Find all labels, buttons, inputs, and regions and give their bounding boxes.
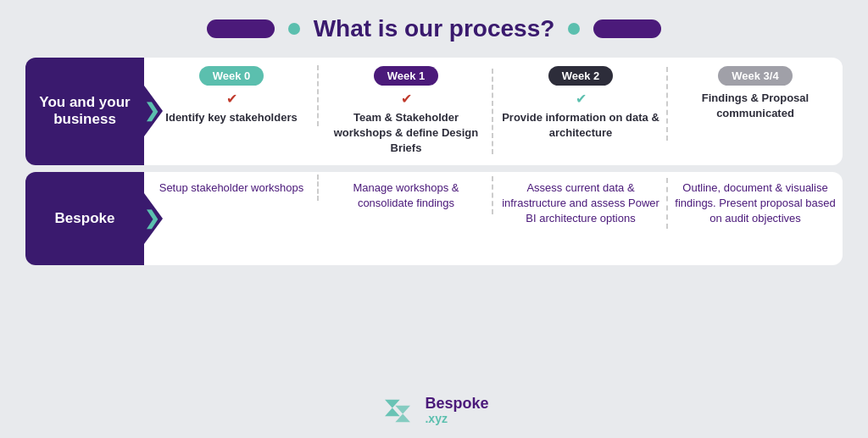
checkmark-2: ✔ <box>576 91 587 107</box>
logo-text: Bespoke .xyz <box>425 396 488 425</box>
arrow-icon: ❯ <box>144 100 159 122</box>
week-badge-3: Week 3/4 <box>718 66 792 86</box>
week-text-0: Identify key stakeholders <box>165 110 297 125</box>
header-row: What is our process? <box>25 15 843 42</box>
week-col-1-row1: Manage workshops & consolidate findings <box>319 172 493 219</box>
week-text-2: Provide information on data & architectu… <box>500 110 661 141</box>
header-pill-right <box>593 19 661 38</box>
week-col-3-row0: Week 3/4 Findings & Proposal communicate… <box>668 58 843 130</box>
week-col-2-row0: Week 2 ✔ Provide information on data & a… <box>493 58 668 149</box>
main-area: You and your business ❯ Week 0 ✔ Identif… <box>25 58 843 385</box>
week-badge-1: Week 1 <box>374 66 439 86</box>
row-content-bespoke: Setup stakeholder workshops Manage works… <box>144 172 843 265</box>
bespoke-text-2: Assess current data & infrastructure and… <box>500 180 661 227</box>
row-content-you: Week 0 ✔ Identify key stakeholders Week … <box>144 58 843 165</box>
logo-suffix: .xyz <box>425 413 488 425</box>
arrow-icon-bespoke: ❯ <box>144 208 159 230</box>
footer: Bespoke .xyz <box>379 392 488 430</box>
logo-z-icon <box>379 392 416 430</box>
header-dot-right <box>568 23 580 35</box>
row-label-you: You and your business ❯ <box>25 58 144 165</box>
header-pill-left <box>207 19 275 38</box>
week-text-1: Team & Stakeholder workshops & define De… <box>326 110 487 157</box>
checkmark-1: ✔ <box>401 91 412 107</box>
week-col-0-row0: Week 0 ✔ Identify key stakeholders <box>144 58 319 134</box>
row-bespoke: Bespoke ❯ Setup stakeholder workshops Ma… <box>25 172 843 265</box>
logo-brand: Bespoke <box>425 396 488 413</box>
week-col-0-row1: Setup stakeholder workshops <box>144 172 319 204</box>
page-wrapper: What is our process? You and your busine… <box>0 0 868 438</box>
week-badge-0: Week 0 <box>199 66 264 86</box>
checkmark-0: ✔ <box>226 91 237 107</box>
header-dot-left <box>288 23 300 35</box>
week-col-2-row1: Assess current data & infrastructure and… <box>493 172 668 236</box>
page-title: What is our process? <box>314 15 555 42</box>
week-col-1-row0: Week 1 ✔ Team & Stakeholder workshops & … <box>319 58 493 165</box>
row-you-and-business: You and your business ❯ Week 0 ✔ Identif… <box>25 58 843 165</box>
bespoke-text-3: Outline, document & visualise findings. … <box>675 180 836 227</box>
row-label-bespoke: Bespoke ❯ <box>25 172 144 265</box>
bespoke-text-0: Setup stakeholder workshops <box>159 180 304 196</box>
week-col-3-row1: Outline, document & visualise findings. … <box>668 172 843 236</box>
bespoke-text-1: Manage workshops & consolidate findings <box>326 180 487 211</box>
week-badge-2: Week 2 <box>548 66 614 86</box>
week-text-3: Findings & Proposal communicated <box>675 91 836 121</box>
